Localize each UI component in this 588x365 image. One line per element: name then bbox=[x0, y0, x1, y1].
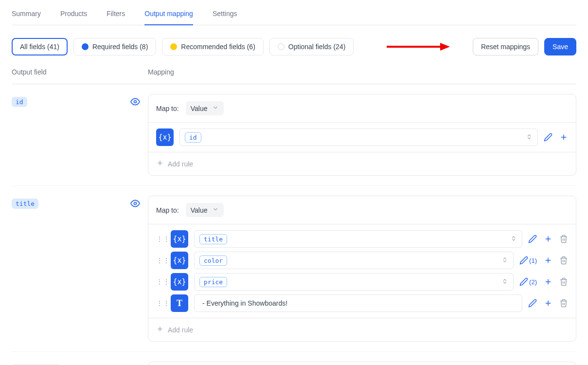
filter-recommended-label: Recommended fields (6) bbox=[181, 43, 255, 51]
variable-chip: id bbox=[185, 132, 201, 143]
drag-handle-icon[interactable]: ⋮⋮ bbox=[156, 278, 165, 286]
mapping-card-description: Map to: Value bbox=[148, 362, 576, 365]
field-row-id: id Map to: Value {x} id bbox=[12, 84, 576, 186]
tab-output-mapping[interactable]: Output mapping bbox=[144, 10, 193, 25]
field-row-description: description Map to: Value bbox=[12, 352, 576, 365]
plus-icon bbox=[156, 159, 164, 168]
filter-optional-label: Optional fields (24) bbox=[288, 43, 346, 51]
add-rule-icon[interactable] bbox=[544, 299, 552, 308]
map-to-label: Map to: bbox=[156, 206, 179, 214]
main-tabs: Summary Products Filters Output mapping … bbox=[12, 0, 576, 25]
variable-type-icon: {x} bbox=[171, 252, 188, 269]
tab-products[interactable]: Products bbox=[60, 10, 87, 25]
tab-settings[interactable]: Settings bbox=[213, 10, 237, 25]
drag-handle-icon[interactable]: ⋮⋮ bbox=[156, 299, 165, 307]
map-to-select[interactable]: Value bbox=[186, 203, 224, 217]
col-output-field: Output field bbox=[12, 68, 148, 76]
visibility-toggle-icon[interactable] bbox=[130, 199, 140, 208]
field-tag-id: id bbox=[12, 97, 27, 107]
edit-rule-icon[interactable]: (1) bbox=[519, 256, 537, 265]
rule-value-input[interactable]: title bbox=[194, 230, 522, 248]
reset-mappings-button[interactable]: Reset mappings bbox=[473, 38, 538, 55]
filter-required-fields[interactable]: Required fields (8) bbox=[73, 38, 156, 55]
dot-icon-white bbox=[278, 43, 285, 50]
visibility-toggle-icon[interactable] bbox=[130, 97, 140, 107]
map-to-label: Map to: bbox=[156, 105, 179, 112]
delete-rule-icon[interactable] bbox=[559, 256, 568, 265]
dot-icon-yellow bbox=[170, 43, 177, 50]
variable-type-icon: {x} bbox=[171, 230, 188, 248]
field-tag-title: title bbox=[12, 199, 38, 209]
edit-rule-icon[interactable]: (2) bbox=[519, 277, 537, 286]
add-rule-icon[interactable] bbox=[559, 133, 568, 142]
variable-type-icon: {x} bbox=[156, 128, 174, 146]
edit-rule-icon[interactable] bbox=[544, 133, 552, 142]
edit-count: (2) bbox=[529, 278, 537, 286]
tab-filters[interactable]: Filters bbox=[107, 10, 125, 25]
mapping-card-title: Map to: Value ⋮⋮ {x} title bbox=[148, 196, 576, 342]
svg-point-2 bbox=[134, 101, 137, 103]
add-rule-icon[interactable] bbox=[544, 256, 552, 265]
edit-rule-icon[interactable] bbox=[528, 299, 537, 308]
rule-value-input[interactable]: id bbox=[179, 128, 538, 146]
map-to-value: Value bbox=[191, 206, 208, 214]
filter-required-label: Required fields (8) bbox=[92, 43, 148, 51]
filter-recommended-fields[interactable]: Recommended fields (6) bbox=[162, 38, 264, 55]
sort-icon[interactable] bbox=[501, 256, 508, 265]
add-rule-label: Add rule bbox=[168, 160, 193, 168]
sort-icon[interactable] bbox=[501, 278, 508, 286]
plus-icon bbox=[156, 325, 164, 334]
variable-type-icon: {x} bbox=[171, 273, 188, 291]
variable-chip: title bbox=[199, 234, 227, 244]
add-rule-icon[interactable] bbox=[544, 277, 552, 286]
table-header: Output field Mapping bbox=[12, 68, 576, 84]
rule-value-input[interactable]: price bbox=[194, 273, 514, 291]
mapping-card-id: Map to: Value {x} id bbox=[148, 94, 576, 176]
controls-row: All fields (41) Required fields (8) Reco… bbox=[12, 25, 576, 68]
delete-rule-icon[interactable] bbox=[559, 235, 568, 243]
rule-row: ⋮⋮ {x} price (2) bbox=[156, 273, 568, 291]
map-to-value: Value bbox=[191, 105, 208, 112]
delete-rule-icon[interactable] bbox=[559, 277, 568, 286]
variable-chip: color bbox=[199, 256, 227, 266]
chevron-down-icon bbox=[212, 104, 219, 112]
drag-handle-icon[interactable]: ⋮⋮ bbox=[156, 235, 165, 243]
field-row-title: title Map to: Value ⋮⋮ {x} title bbox=[12, 186, 576, 352]
add-rule-button[interactable]: Add rule bbox=[156, 325, 193, 334]
filter-all-label: All fields (41) bbox=[20, 43, 59, 51]
save-button[interactable]: Save bbox=[544, 38, 576, 55]
svg-point-7 bbox=[134, 202, 137, 205]
text-type-icon: T bbox=[171, 294, 188, 312]
add-rule-label: Add rule bbox=[168, 326, 193, 334]
filter-optional-fields[interactable]: Optional fields (24) bbox=[269, 38, 354, 55]
edit-count: (1) bbox=[529, 257, 537, 264]
variable-chip: price bbox=[199, 277, 227, 287]
sort-icon[interactable] bbox=[526, 133, 533, 142]
edit-rule-icon[interactable] bbox=[528, 235, 537, 243]
rule-row: ⋮⋮ T - Everything in Showboards! bbox=[156, 294, 568, 312]
drag-handle-icon[interactable]: ⋮⋮ bbox=[156, 256, 165, 264]
map-to-select[interactable]: Value bbox=[186, 101, 224, 115]
text-value: - Everything in Showboards! bbox=[199, 299, 287, 307]
svg-marker-1 bbox=[440, 43, 450, 51]
add-rule-button[interactable]: Add rule bbox=[156, 159, 193, 168]
add-rule-icon[interactable] bbox=[544, 235, 552, 243]
rule-row: ⋮⋮ {x} title bbox=[156, 230, 568, 248]
col-mapping: Mapping bbox=[148, 68, 576, 76]
delete-rule-icon[interactable] bbox=[559, 299, 568, 308]
chevron-down-icon bbox=[212, 206, 219, 214]
tab-summary[interactable]: Summary bbox=[12, 10, 41, 25]
filter-all-fields[interactable]: All fields (41) bbox=[12, 38, 68, 55]
sort-icon[interactable] bbox=[510, 235, 517, 243]
annotation-arrow-icon bbox=[387, 42, 450, 52]
rule-value-input[interactable]: - Everything in Showboards! bbox=[194, 294, 522, 312]
rule-row: {x} id bbox=[156, 128, 568, 146]
rule-row: ⋮⋮ {x} color (1) bbox=[156, 252, 568, 269]
rule-value-input[interactable]: color bbox=[194, 252, 514, 269]
dot-icon-blue bbox=[82, 43, 89, 50]
